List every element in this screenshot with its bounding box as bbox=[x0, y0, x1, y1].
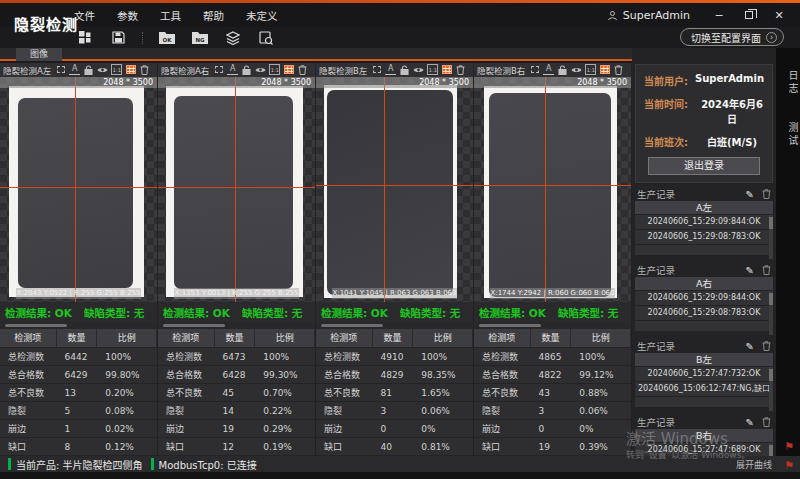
table-cell: 100% bbox=[413, 348, 473, 365]
table-cell: 总检测数 bbox=[0, 348, 57, 365]
trash-icon[interactable] bbox=[455, 64, 466, 75]
table-header-cell: 检测项 bbox=[0, 329, 57, 347]
table-cell: 81 bbox=[373, 384, 414, 401]
selection-rect-icon[interactable] bbox=[213, 64, 224, 75]
crosshair-horizontal bbox=[474, 185, 631, 186]
menu-tools[interactable]: 工具 bbox=[160, 8, 181, 23]
trash-icon[interactable] bbox=[762, 341, 771, 351]
flag-icon: ⚑ bbox=[784, 440, 794, 453]
record-entry[interactable]: 20240606_15:29:08:783:OK bbox=[635, 230, 773, 244]
camera-image[interactable]: 2048 * 3500 X:1041 Y:1045 | R:063 G:063 … bbox=[316, 77, 473, 302]
one-to-one-icon[interactable]: 1:1 bbox=[269, 64, 280, 75]
edit-icon[interactable]: ✎ bbox=[746, 189, 754, 200]
maximize-button[interactable] bbox=[734, 9, 764, 22]
result-label: 检测结果: OK bbox=[321, 305, 388, 320]
tab-image[interactable]: 图像 bbox=[16, 48, 62, 61]
result-label: 检测结果: OK bbox=[479, 305, 546, 320]
horizontal-scrollbar[interactable] bbox=[0, 322, 157, 329]
edit-icon[interactable]: ✎ bbox=[746, 265, 754, 276]
selection-rect-icon[interactable] bbox=[371, 64, 382, 75]
selection-rect-icon[interactable] bbox=[55, 64, 66, 75]
selection-rect-icon[interactable] bbox=[529, 64, 540, 75]
auto-fit-icon[interactable]: A bbox=[69, 64, 80, 75]
table-row: 总不良数430.88% bbox=[474, 384, 631, 402]
trash-icon[interactable] bbox=[762, 417, 771, 427]
table-cell: 总合格数 bbox=[316, 366, 373, 383]
table-cell: 0.20% bbox=[97, 384, 157, 401]
record-entry[interactable]: 20240606_15:29:09:844:OK bbox=[635, 215, 773, 229]
trash-icon[interactable] bbox=[139, 64, 150, 75]
layers-icon[interactable] bbox=[224, 30, 242, 46]
lock-icon[interactable] bbox=[399, 64, 410, 75]
tab-log[interactable]: 日志 bbox=[776, 70, 800, 96]
edit-icon[interactable]: ✎ bbox=[746, 417, 754, 428]
crosshair-vertical bbox=[75, 77, 76, 302]
horizontal-scrollbar[interactable] bbox=[474, 322, 631, 329]
menu-undefined[interactable]: 未定义 bbox=[246, 8, 278, 23]
chevron-right-icon: › bbox=[766, 32, 777, 43]
table-cell: 0.29% bbox=[255, 420, 315, 437]
record-entry[interactable]: 20240606_15:29:08:783:OK bbox=[635, 306, 773, 320]
table-header-row: 检测项数量比例 bbox=[158, 329, 315, 348]
table-header-cell: 数量 bbox=[57, 329, 98, 347]
trash-icon[interactable] bbox=[762, 189, 771, 199]
records-scrollbar[interactable] bbox=[769, 367, 773, 411]
folder-ok-icon[interactable]: OK bbox=[158, 30, 176, 46]
table-header-cell: 数量 bbox=[531, 329, 572, 347]
auto-fit-icon[interactable]: A bbox=[227, 64, 238, 75]
records-scrollbar[interactable] bbox=[769, 291, 773, 335]
logout-button[interactable]: 退出登录 bbox=[648, 157, 760, 175]
lock-icon[interactable] bbox=[241, 64, 252, 75]
table-cell: 总合格数 bbox=[0, 366, 57, 383]
eye-icon[interactable] bbox=[413, 64, 424, 75]
search-document-icon[interactable] bbox=[257, 30, 275, 46]
camera-image[interactable]: 2048 * 3500 X:1744 Y:2942 | R:060 G:060 … bbox=[474, 77, 631, 302]
edit-icon[interactable]: ✎ bbox=[746, 341, 754, 352]
grid-icon[interactable] bbox=[441, 64, 452, 75]
auto-fit-icon[interactable]: A bbox=[543, 64, 554, 75]
one-to-one-icon[interactable]: 1:1 bbox=[111, 64, 122, 75]
table-cell: 45 bbox=[215, 384, 256, 401]
one-to-one-icon[interactable]: 1:1 bbox=[585, 64, 596, 75]
close-button[interactable]: ✕ bbox=[764, 9, 794, 22]
trash-icon[interactable] bbox=[297, 64, 308, 75]
record-entry[interactable]: 20240606_15:27:47:689:OK bbox=[635, 443, 773, 457]
lock-icon[interactable] bbox=[83, 64, 94, 75]
horizontal-scrollbar[interactable] bbox=[316, 322, 473, 329]
records-scrollbar[interactable] bbox=[769, 215, 773, 259]
time-value: 2024年6月6日 bbox=[700, 96, 764, 126]
table-cell: 4865 bbox=[531, 348, 572, 365]
eye-icon[interactable] bbox=[571, 64, 582, 75]
eye-icon[interactable] bbox=[97, 64, 108, 75]
lock-icon[interactable] bbox=[557, 64, 568, 75]
record-entry[interactable]: 20240606_15:27:47:732:OK bbox=[635, 367, 773, 381]
eye-icon[interactable] bbox=[255, 64, 266, 75]
user-icon bbox=[607, 10, 618, 21]
grid-icon[interactable] bbox=[283, 64, 294, 75]
expand-curve-link[interactable]: 展开曲线 bbox=[736, 458, 772, 471]
record-entry[interactable]: 20240606_15:29:09:844:OK bbox=[635, 291, 773, 305]
tab-test[interactable]: 测试 bbox=[776, 122, 800, 148]
menu-help[interactable]: 帮助 bbox=[203, 8, 224, 23]
menu-parameters[interactable]: 参数 bbox=[117, 8, 138, 23]
current-user-chip[interactable]: SuperAdmin bbox=[607, 9, 690, 22]
switch-to-config-button[interactable]: 切换至配置界面 › bbox=[680, 28, 784, 46]
trash-icon[interactable] bbox=[613, 64, 624, 75]
save-icon[interactable] bbox=[109, 30, 127, 46]
table-cell: 缺口 bbox=[158, 438, 215, 455]
one-to-one-icon[interactable]: 1:1 bbox=[427, 64, 438, 75]
camera-image[interactable]: 2048 * 3500 X:2043 Y:0522 | R:255 G:255 … bbox=[0, 77, 157, 302]
camera-image[interactable]: 2048 * 3500 X:1353 Y:0013 | R:255 G:255 … bbox=[158, 77, 315, 302]
grid-icon[interactable] bbox=[599, 64, 610, 75]
table-cell: 6442 bbox=[57, 348, 98, 365]
user-label: 当前用户: bbox=[644, 73, 695, 88]
record-entry[interactable]: 20240606_15:06:12:747:NG,缺口 bbox=[635, 382, 773, 396]
folder-ng-icon[interactable]: NG bbox=[191, 30, 209, 46]
grid-icon[interactable] bbox=[125, 64, 136, 75]
layout-grid-icon[interactable] bbox=[76, 30, 94, 46]
resolution-label: 2048 * 3500 bbox=[0, 77, 157, 88]
trash-icon[interactable] bbox=[762, 265, 771, 275]
horizontal-scrollbar[interactable] bbox=[158, 322, 315, 329]
minimize-button[interactable]: ─ bbox=[704, 9, 734, 22]
auto-fit-icon[interactable]: A bbox=[385, 64, 396, 75]
